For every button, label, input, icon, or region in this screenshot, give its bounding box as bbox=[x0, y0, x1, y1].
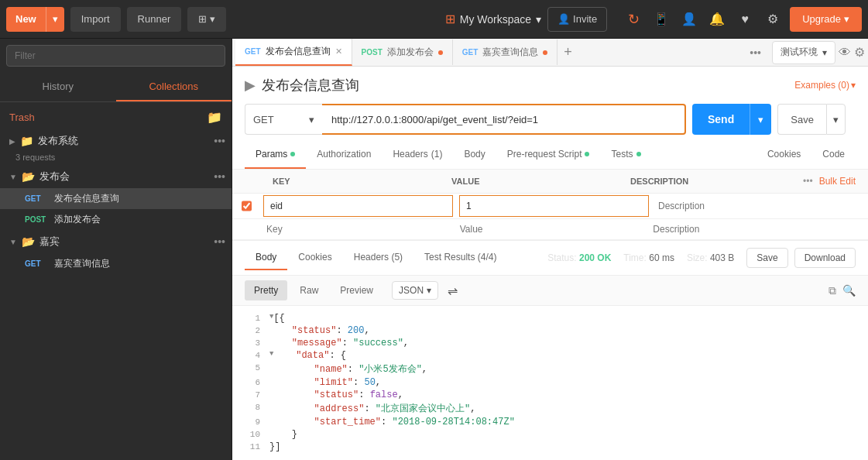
env-selector[interactable]: 测试环境 ▾ bbox=[772, 41, 835, 64]
folder-jiabin[interactable]: ▼ 📂 嘉宾 ••• bbox=[0, 230, 232, 253]
folder-fabulixitong[interactable]: ▶ 📁 发布系统 ••• bbox=[0, 129, 232, 153]
new-button-arrow[interactable]: ▾ bbox=[46, 7, 64, 32]
upgrade-button[interactable]: Upgrade ▾ bbox=[790, 7, 862, 32]
param-key-input[interactable] bbox=[270, 201, 446, 211]
param-value-placeholder[interactable] bbox=[460, 224, 641, 235]
resp-tab-testresults[interactable]: Test Results (4/4) bbox=[413, 245, 507, 270]
response-actions: Save Download bbox=[746, 248, 856, 268]
method-select[interactable]: GET ▾ bbox=[245, 104, 322, 135]
code-line-9: 9 "start_time": "2018-09-28T14:08:47Z" bbox=[232, 416, 868, 428]
size-info: Size: 403 B bbox=[687, 252, 734, 263]
method-label-get: GET bbox=[25, 194, 48, 203]
json-format-selector[interactable]: JSON ▾ bbox=[392, 281, 438, 300]
url-bar-row: GET ▾ Send ▾ Save ▾ bbox=[245, 104, 856, 135]
send-arrow-button[interactable]: ▾ bbox=[750, 104, 771, 135]
examples-link[interactable]: Examples (0) ▾ bbox=[794, 80, 856, 91]
folder-more-btn-2[interactable]: ••• bbox=[214, 170, 225, 183]
tab-jiabin[interactable]: GET 嘉宾查询信息 bbox=[453, 39, 558, 65]
body-tab-pretty[interactable]: Pretty bbox=[245, 280, 287, 300]
req-tab-tests[interactable]: Tests bbox=[600, 141, 651, 169]
upgrade-chevron: ▾ bbox=[844, 13, 849, 25]
tab-close-0[interactable]: ✕ bbox=[335, 46, 342, 57]
invite-button[interactable]: 👤 Invite bbox=[547, 7, 607, 32]
method-label-post: POST bbox=[25, 215, 48, 224]
bell-icon-button[interactable]: 🔔 bbox=[706, 9, 728, 30]
title-arrow: ▶ bbox=[245, 77, 256, 94]
bulk-edit-button[interactable]: Bulk Edit bbox=[819, 170, 856, 193]
req-tab-body[interactable]: Body bbox=[453, 141, 496, 169]
response-download-button[interactable]: Download bbox=[794, 248, 856, 268]
tests-dot bbox=[636, 152, 641, 156]
settings-icon-button[interactable]: ⚙ bbox=[762, 9, 784, 30]
trash-row[interactable]: Trash 📁 bbox=[0, 105, 232, 129]
req-tab-headers[interactable]: Headers (1) bbox=[382, 141, 453, 169]
tab-fabuhui-info[interactable]: GET 发布会信息查询 ✕ bbox=[235, 39, 352, 66]
param-value-input[interactable] bbox=[466, 201, 642, 211]
folder-chevron-3: ▼ bbox=[9, 238, 17, 246]
req-tab-prerequest[interactable]: Pre-request Script bbox=[496, 141, 601, 169]
req-tab-code[interactable]: Code bbox=[811, 141, 856, 169]
tab-method-get: GET bbox=[245, 47, 261, 56]
phone-icon-button[interactable]: 📱 bbox=[650, 9, 672, 30]
trash-new-collection-btn[interactable]: 📁 bbox=[207, 110, 222, 125]
body-tab-preview[interactable]: Preview bbox=[331, 280, 383, 300]
req-tab-params[interactable]: Params bbox=[245, 141, 306, 169]
send-group: Send ▾ bbox=[692, 104, 771, 135]
workspace-button[interactable]: ⊞ My Workspace ▾ bbox=[445, 12, 541, 26]
layout-button[interactable]: ⊞ ▾ bbox=[187, 7, 226, 32]
resp-tab-body[interactable]: Body bbox=[245, 245, 287, 270]
method-chevron: ▾ bbox=[309, 114, 314, 125]
tab-label-1: 添加发布会 bbox=[387, 46, 434, 59]
save-button[interactable]: Save bbox=[777, 104, 826, 135]
param-empty-value bbox=[454, 219, 647, 239]
code-line-2: 2 "status": 200, bbox=[232, 324, 868, 337]
param-desc-input[interactable] bbox=[658, 201, 834, 211]
sync-button[interactable]: ↻ bbox=[623, 9, 644, 30]
upgrade-label: Upgrade bbox=[802, 13, 841, 25]
tab-more-button[interactable]: ••• bbox=[745, 46, 766, 59]
heart-icon-button[interactable]: ♥ bbox=[734, 9, 756, 30]
import-button[interactable]: Import bbox=[70, 7, 121, 32]
search-icon-button[interactable]: 🔍 bbox=[842, 284, 856, 297]
sidebar-tab-collections[interactable]: Collections bbox=[116, 73, 232, 101]
param-key-placeholder[interactable] bbox=[266, 224, 448, 235]
folder-more-btn-3[interactable]: ••• bbox=[214, 235, 225, 248]
request-tabs: Params Authorization Headers (1) Body Pr… bbox=[232, 141, 868, 170]
folder-more-btn[interactable]: ••• bbox=[214, 135, 225, 147]
sidebar-item-fabuhui-info[interactable]: GET 发布会信息查询 bbox=[0, 188, 232, 209]
request-area: ▶ 发布会信息查询 Examples (0) ▾ GET ▾ Send bbox=[232, 67, 868, 141]
add-tab-button[interactable]: + bbox=[558, 44, 578, 60]
resp-tab-headers[interactable]: Headers (5) bbox=[343, 245, 413, 270]
req-tab-cookies[interactable]: Cookies bbox=[756, 141, 811, 169]
env-eye-button[interactable]: 👁 bbox=[839, 46, 851, 60]
status-badge: Status: 200 OK bbox=[547, 252, 611, 263]
param-desc-placeholder[interactable] bbox=[653, 224, 834, 235]
code-line-4: 4 ▼ "data": { bbox=[232, 349, 868, 362]
sidebar-item-tianjia[interactable]: POST 添加发布会 bbox=[0, 209, 232, 230]
param-checkbox-eid[interactable] bbox=[242, 201, 252, 211]
tab-tianjia[interactable]: POST 添加发布会 bbox=[352, 39, 453, 65]
param-empty-key bbox=[260, 219, 454, 239]
send-button[interactable]: Send bbox=[692, 104, 750, 135]
content-area: GET 发布会信息查询 ✕ POST 添加发布会 GET 嘉宾查询信息 + ••… bbox=[232, 39, 868, 460]
runner-button[interactable]: Runner bbox=[127, 7, 182, 32]
new-button[interactable]: New ▾ bbox=[6, 7, 64, 32]
body-tab-raw[interactable]: Raw bbox=[290, 280, 328, 300]
url-input[interactable] bbox=[322, 104, 686, 135]
search-input[interactable] bbox=[6, 45, 225, 67]
save-arrow-button[interactable]: ▾ bbox=[826, 104, 846, 135]
sidebar-item-jiabin-info[interactable]: GET 嘉宾查询信息 bbox=[0, 253, 232, 274]
sidebar-tab-history[interactable]: History bbox=[0, 73, 116, 101]
params-section: KEY VALUE DESCRIPTION ••• Bulk Edit bbox=[232, 170, 868, 240]
wrap-icon-button[interactable]: ⇌ bbox=[448, 283, 458, 298]
folder-fabuhui[interactable]: ▼ 📂 发布会 ••• bbox=[0, 165, 232, 188]
sidebar-content: Trash 📁 ▶ 📁 发布系统 ••• 3 requests ▼ 📂 发布会 bbox=[0, 102, 232, 460]
copy-icon-button[interactable]: ⧉ bbox=[829, 284, 836, 297]
user-icon-button[interactable]: 👤 bbox=[678, 9, 700, 30]
env-label: 测试环境 bbox=[781, 46, 818, 59]
trash-label: Trash bbox=[9, 112, 35, 123]
response-save-button[interactable]: Save bbox=[746, 248, 787, 268]
resp-tab-cookies[interactable]: Cookies bbox=[287, 245, 342, 270]
env-settings-button[interactable]: ⚙ bbox=[854, 45, 865, 60]
req-tab-authorization[interactable]: Authorization bbox=[306, 141, 382, 169]
